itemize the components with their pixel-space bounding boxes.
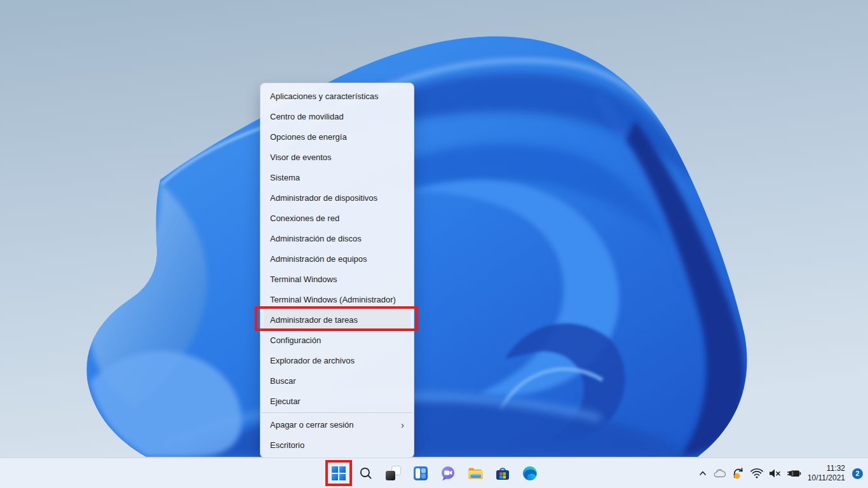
wallpaper-bloom <box>0 0 868 458</box>
onedrive-button[interactable] <box>712 463 728 484</box>
menu-item-search[interactable]: Buscar <box>264 370 410 391</box>
battery-charging-icon <box>787 468 801 479</box>
menu-item-label: Opciones de energía <box>270 132 347 142</box>
volume-muted-icon <box>768 468 782 479</box>
menu-item-network-connections[interactable]: Conexiones de red <box>264 208 410 228</box>
menu-item-event-viewer[interactable]: Visor de eventos <box>264 147 410 167</box>
search-icon <box>359 466 373 480</box>
menu-item-label: Visor de eventos <box>270 152 332 162</box>
microsoft-store-button[interactable] <box>491 462 514 485</box>
volume-muted-button[interactable] <box>768 463 782 484</box>
menu-item-run[interactable]: Ejecutar <box>264 391 410 411</box>
menu-item-label: Escritorio <box>270 440 304 450</box>
clock-time: 11:32 <box>808 464 845 473</box>
menu-item-power-options[interactable]: Opciones de energía <box>264 126 410 147</box>
menu-item-label: Ejecutar <box>270 396 301 406</box>
widgets-icon <box>413 466 428 481</box>
menu-item-computer-management[interactable]: Administración de equipos <box>264 248 410 269</box>
edge-button[interactable] <box>519 462 541 485</box>
menu-item-label: Configuración <box>270 336 321 345</box>
taskbar-center-icons <box>327 462 541 485</box>
start-button[interactable] <box>327 462 350 485</box>
menu-item-label: Terminal Windows <box>270 274 337 284</box>
menu-item-label: Apagar o cerrar sesión <box>270 420 354 430</box>
menu-item-file-explorer[interactable]: Explorador de archivos <box>264 350 410 370</box>
task-view-icon <box>386 466 401 481</box>
file-explorer-icon <box>467 465 484 482</box>
menu-item-shutdown-signout[interactable]: Apagar o cerrar sesión › <box>264 414 410 435</box>
menu-item-apps-features[interactable]: Aplicaciones y características <box>264 86 410 106</box>
menu-item-label: Centro de movilidad <box>270 112 344 121</box>
menu-item-label: Administrador de tareas <box>270 315 358 325</box>
menu-item-label: Aplicaciones y características <box>270 92 379 101</box>
task-manager-menu-item[interactable]: Administrador de tareas <box>264 309 410 330</box>
menu-item-label: Sistema <box>270 173 300 182</box>
menu-item-label: Explorador de archivos <box>270 356 355 365</box>
chat-icon <box>440 465 456 482</box>
menu-item-mobility-center[interactable]: Centro de movilidad <box>264 106 410 126</box>
system-tray: 11:32 10/11/2021 2 <box>697 458 863 488</box>
windows-logo-icon <box>332 466 346 480</box>
edge-icon <box>522 465 538 482</box>
chevron-right-icon: › <box>401 420 404 430</box>
taskbar: 11:32 10/11/2021 2 <box>0 458 868 488</box>
hidden-icons-button[interactable] <box>697 463 709 484</box>
task-view-button[interactable] <box>382 462 405 485</box>
menu-item-settings[interactable]: Configuración <box>264 330 410 350</box>
chat-button[interactable] <box>437 462 459 485</box>
menu-item-label: Administrador de dispositivos <box>270 193 377 203</box>
notification-badge[interactable]: 2 <box>852 468 863 479</box>
update-pending-button[interactable] <box>731 463 746 484</box>
update-pending-icon <box>732 467 745 480</box>
menu-item-label: Administración de discos <box>270 234 362 243</box>
desktop: Aplicaciones y características Centro de… <box>0 0 868 488</box>
menu-item-label: Terminal Windows (Administrador) <box>270 295 396 304</box>
taskbar-clock[interactable]: 11:32 10/11/2021 <box>808 464 845 483</box>
wifi-icon <box>750 468 763 479</box>
file-explorer-button[interactable] <box>464 462 487 485</box>
chevron-up-icon <box>698 468 708 478</box>
menu-item-disk-management[interactable]: Administración de discos <box>264 228 410 248</box>
menu-item-device-manager[interactable]: Administrador de dispositivos <box>264 187 410 208</box>
widgets-button[interactable] <box>409 462 432 485</box>
clock-date: 10/11/2021 <box>808 473 845 483</box>
menu-item-desktop[interactable]: Escritorio <box>264 435 410 455</box>
menu-item-windows-terminal[interactable]: Terminal Windows <box>264 269 410 289</box>
onedrive-cloud-icon <box>713 468 727 478</box>
menu-item-label: Buscar <box>270 376 295 386</box>
search-button[interactable] <box>355 462 377 485</box>
battery-charging-button[interactable] <box>786 463 802 484</box>
menu-item-label: Conexiones de red <box>270 214 339 223</box>
menu-item-system[interactable]: Sistema <box>264 167 410 187</box>
menu-item-windows-terminal-admin[interactable]: Terminal Windows (Administrador) <box>264 289 410 309</box>
winx-context-menu: Aplicaciones y características Centro de… <box>260 83 414 458</box>
wifi-button[interactable] <box>750 463 764 484</box>
microsoft-store-icon <box>494 465 511 482</box>
menu-item-label: Administración de equipos <box>270 254 367 264</box>
menu-separator <box>261 412 413 413</box>
